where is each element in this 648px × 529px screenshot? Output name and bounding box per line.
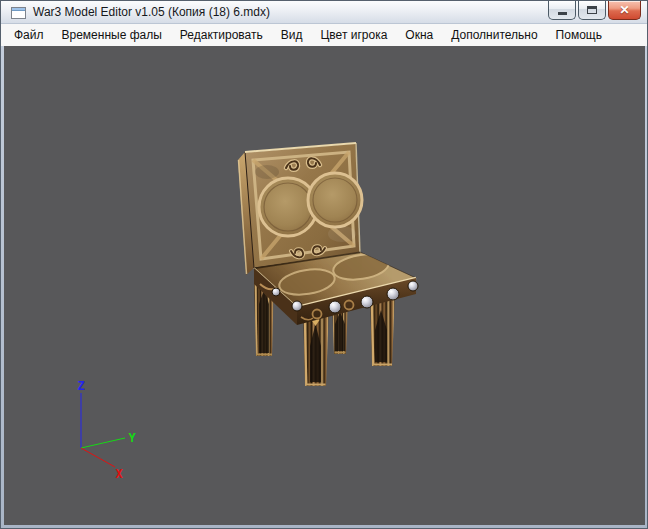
app-icon-titlebar bbox=[12, 8, 25, 11]
maximize-button[interactable] bbox=[578, 1, 606, 20]
menu-bar: Файл Временные фалы Редактировать Вид Цв… bbox=[1, 24, 647, 46]
close-button[interactable]: ✕ bbox=[608, 1, 641, 20]
minimize-button[interactable] bbox=[548, 1, 576, 20]
menu-item-help[interactable]: Помощь bbox=[547, 25, 611, 45]
title-bar[interactable]: War3 Model Editor v1.05 (Копия (18) 6.md… bbox=[1, 1, 647, 24]
viewport-3d[interactable]: Z Y X bbox=[4, 46, 645, 525]
app-window: War3 Model Editor v1.05 (Копия (18) 6.md… bbox=[0, 0, 648, 529]
menu-item-edit[interactable]: Редактировать bbox=[171, 25, 272, 45]
menu-item-player-color[interactable]: Цвет игрока bbox=[311, 25, 396, 45]
viewport-canvas[interactable]: Z Y X bbox=[4, 46, 645, 525]
menu-item-temp-files[interactable]: Временные фалы bbox=[53, 25, 171, 45]
minimize-icon bbox=[558, 12, 567, 15]
window-controls: ✕ bbox=[548, 1, 641, 20]
axis-z-label: Z bbox=[77, 379, 84, 393]
maximize-icon bbox=[587, 6, 597, 14]
axis-x-label: X bbox=[115, 467, 123, 481]
close-icon: ✕ bbox=[619, 3, 629, 17]
app-icon[interactable] bbox=[11, 7, 26, 19]
window-title: War3 Model Editor v1.05 (Копия (18) 6.md… bbox=[33, 5, 270, 19]
menu-item-windows[interactable]: Окна bbox=[396, 25, 442, 45]
menu-item-file[interactable]: Файл bbox=[5, 25, 53, 45]
menu-item-view[interactable]: Вид bbox=[272, 25, 312, 45]
menu-item-advanced[interactable]: Дополнительно bbox=[442, 25, 546, 45]
axis-y-label: Y bbox=[128, 431, 136, 445]
